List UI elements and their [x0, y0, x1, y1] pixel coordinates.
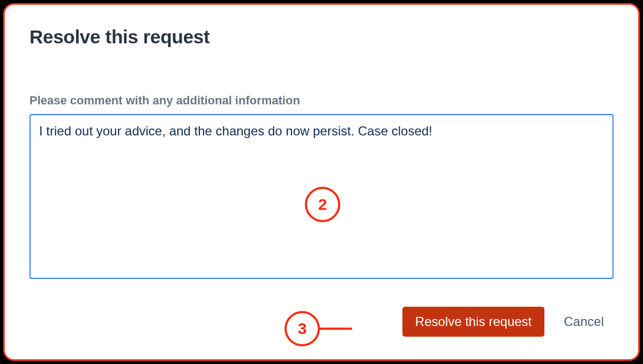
cancel-button[interactable]: Cancel [564, 314, 604, 329]
comment-input[interactable] [29, 114, 614, 279]
comment-field-label: Please comment with any additional infor… [29, 94, 614, 108]
resolve-request-dialog: Resolve this request Please comment with… [3, 3, 640, 361]
resolve-button[interactable]: Resolve this request [402, 307, 544, 337]
dialog-button-row: Resolve this request Cancel [29, 307, 614, 337]
dialog-title: Resolve this request [29, 26, 614, 48]
